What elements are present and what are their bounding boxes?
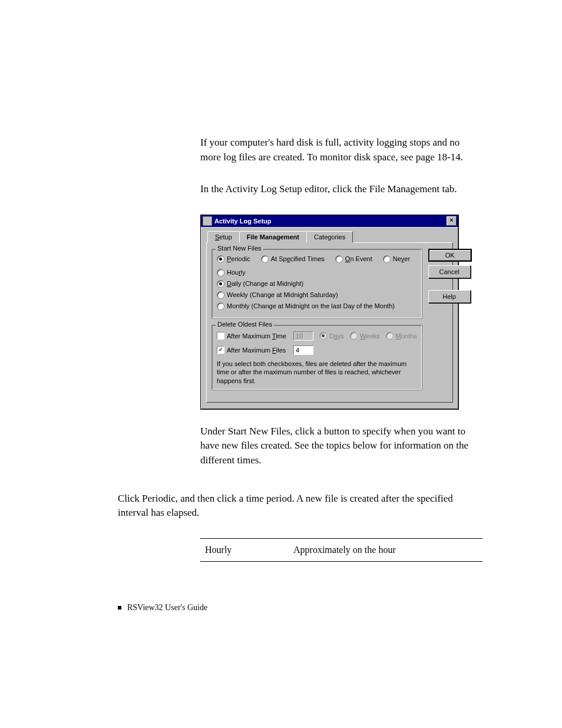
radio-weekly[interactable]: Weekly (Change at Midnight Saturday)	[217, 291, 417, 299]
delete-note: If you select both checkboxes, files are…	[217, 360, 417, 385]
radio-icon	[217, 291, 224, 299]
tab-file-management[interactable]: File Management	[239, 231, 307, 243]
radio-hourly[interactable]: Hourly	[217, 269, 417, 276]
cell-period: Hourly	[205, 545, 293, 555]
bullet-icon	[118, 606, 121, 610]
group-start-new-files: Start New Files Periodic At Specified Ti…	[211, 249, 422, 319]
checkbox-icon	[217, 332, 224, 340]
radio-icon	[261, 255, 269, 263]
titlebar: Activity Log Setup ×	[201, 215, 458, 227]
radio-icon	[350, 332, 358, 340]
paragraph-disk-full: If your computer's hard disk is full, ac…	[200, 136, 482, 164]
radio-icon	[319, 332, 327, 340]
radio-icon	[217, 269, 224, 276]
group-title-start: Start New Files	[216, 245, 263, 252]
radio-weeks: Weeks	[350, 332, 379, 340]
cancel-button[interactable]: Cancel	[428, 265, 471, 278]
period-table: Hourly Approximately on the hour	[200, 538, 482, 562]
radio-days: Days	[319, 332, 344, 340]
radio-periodic[interactable]: Periodic	[217, 255, 250, 263]
footer-text: RSView32 User's Guide	[127, 603, 207, 612]
radio-on-event[interactable]: On Event	[335, 255, 372, 263]
dialog-screenshot: Activity Log Setup × Setup File Manageme…	[200, 215, 482, 410]
tab-categories[interactable]: Categories	[306, 231, 353, 243]
tab-strip: Setup File Management Categories	[207, 231, 453, 243]
checkbox-icon	[217, 346, 224, 354]
group-title-delete: Delete Oldest Files	[216, 321, 274, 328]
checkbox-after-max-time[interactable]: After Maximum Time	[217, 332, 287, 340]
paragraph-editor-instruction: In the Activity Log Setup editor, click …	[200, 182, 482, 197]
input-max-time: 10	[293, 331, 313, 341]
close-icon[interactable]: ×	[447, 216, 457, 226]
tab-setup[interactable]: Setup	[207, 231, 240, 243]
radio-at-specified-times[interactable]: At Specified Times	[261, 255, 325, 263]
radio-monthly[interactable]: Monthly (Change at Midnight on the last …	[217, 302, 417, 310]
radio-daily[interactable]: Daily (Change at Midnight)	[217, 280, 417, 288]
radio-never[interactable]: Never	[383, 255, 410, 263]
window-title: Activity Log Setup	[214, 218, 447, 225]
help-button[interactable]: Help	[428, 290, 471, 303]
paragraph-start-new-files: Under Start New Files, click a button to…	[200, 424, 482, 468]
radio-icon	[335, 255, 343, 263]
radio-icon	[383, 255, 391, 263]
cell-description: Approximately on the hour	[293, 545, 478, 555]
group-delete-oldest-files: Delete Oldest Files After Maximum Time 1…	[211, 325, 422, 390]
ok-button[interactable]: OK	[428, 249, 472, 262]
radio-months: Months	[386, 332, 417, 340]
app-icon	[203, 216, 212, 226]
radio-icon	[217, 280, 224, 288]
checkbox-after-max-files[interactable]: After Maximum Files	[217, 346, 287, 354]
radio-icon	[386, 332, 394, 340]
radio-icon	[217, 255, 224, 263]
page-footer: RSView32 User's Guide	[118, 603, 482, 612]
radio-icon	[217, 302, 224, 310]
paragraph-periodic: Click Periodic, and then click a time pe…	[118, 492, 482, 521]
input-max-files[interactable]: 4	[293, 345, 313, 355]
table-row: Hourly Approximately on the hour	[200, 541, 482, 559]
